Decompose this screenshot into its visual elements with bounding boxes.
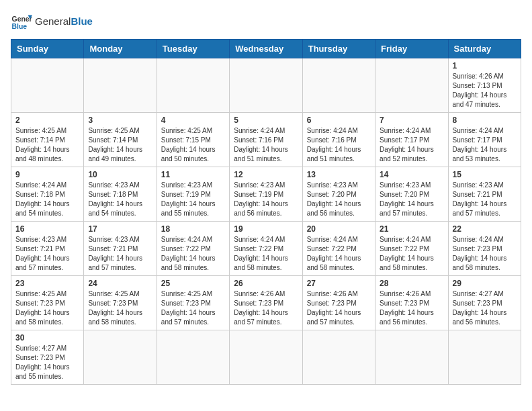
calendar-day-cell: [84, 58, 157, 113]
day-number: 2: [15, 116, 79, 125]
day-info: Sunrise: 4:23 AM Sunset: 7:19 PM Dayligh…: [234, 181, 298, 218]
day-info: Sunrise: 4:23 AM Sunset: 7:21 PM Dayligh…: [88, 235, 152, 273]
day-info: Sunrise: 4:24 AM Sunset: 7:16 PM Dayligh…: [234, 126, 298, 164]
calendar-day-cell: 12Sunrise: 4:23 AM Sunset: 7:19 PM Dayli…: [230, 167, 302, 222]
svg-text:Blue: Blue: [12, 23, 28, 30]
day-number: 14: [380, 170, 443, 179]
calendar-header-row: SundayMondayTuesdayWednesdayThursdayFrid…: [11, 40, 521, 58]
day-info: Sunrise: 4:25 AM Sunset: 7:23 PM Dayligh…: [88, 289, 152, 327]
day-info: Sunrise: 4:24 AM Sunset: 7:18 PM Dayligh…: [15, 181, 79, 218]
day-info: Sunrise: 4:23 AM Sunset: 7:19 PM Dayligh…: [161, 181, 225, 218]
calendar-day-cell: 16Sunrise: 4:23 AM Sunset: 7:21 PM Dayli…: [11, 222, 84, 276]
calendar-day-cell: [448, 330, 521, 385]
calendar-day-cell: 8Sunrise: 4:24 AM Sunset: 7:17 PM Daylig…: [448, 113, 521, 167]
day-of-week-header: Wednesday: [230, 40, 302, 58]
day-info: Sunrise: 4:25 AM Sunset: 7:14 PM Dayligh…: [88, 126, 152, 164]
calendar-day-cell: [157, 58, 229, 113]
calendar-day-cell: 28Sunrise: 4:26 AM Sunset: 7:23 PM Dayli…: [375, 276, 448, 330]
day-number: 7: [380, 116, 443, 125]
calendar-day-cell: 22Sunrise: 4:24 AM Sunset: 7:23 PM Dayli…: [448, 222, 521, 276]
day-number: 4: [161, 116, 225, 125]
calendar-table: SundayMondayTuesdayWednesdayThursdayFrid…: [11, 39, 521, 385]
day-number: 25: [161, 279, 225, 288]
day-info: Sunrise: 4:24 AM Sunset: 7:17 PM Dayligh…: [453, 126, 517, 164]
day-info: Sunrise: 4:24 AM Sunset: 7:17 PM Dayligh…: [380, 126, 443, 164]
calendar-day-cell: [230, 58, 302, 113]
day-info: Sunrise: 4:24 AM Sunset: 7:22 PM Dayligh…: [161, 235, 225, 273]
day-number: 19: [234, 224, 298, 234]
calendar-day-cell: 1Sunrise: 4:26 AM Sunset: 7:13 PM Daylig…: [448, 58, 521, 113]
day-info: Sunrise: 4:26 AM Sunset: 7:13 PM Dayligh…: [453, 72, 517, 109]
day-number: 10: [88, 170, 152, 179]
page-header: General Blue GeneralBlue: [11, 11, 521, 32]
calendar-day-cell: 15Sunrise: 4:23 AM Sunset: 7:21 PM Dayli…: [448, 167, 521, 222]
day-info: Sunrise: 4:25 AM Sunset: 7:15 PM Dayligh…: [161, 126, 225, 164]
day-of-week-header: Sunday: [11, 40, 84, 58]
day-number: 15: [453, 170, 517, 179]
day-number: 3: [88, 116, 152, 125]
calendar-week-row: 9Sunrise: 4:24 AM Sunset: 7:18 PM Daylig…: [11, 167, 521, 222]
day-info: Sunrise: 4:23 AM Sunset: 7:20 PM Dayligh…: [380, 181, 443, 218]
day-number: 27: [307, 279, 371, 288]
day-of-week-header: Tuesday: [157, 40, 229, 58]
calendar-day-cell: 4Sunrise: 4:25 AM Sunset: 7:15 PM Daylig…: [157, 113, 229, 167]
day-of-week-header: Friday: [375, 40, 448, 58]
calendar-day-cell: 24Sunrise: 4:25 AM Sunset: 7:23 PM Dayli…: [84, 276, 157, 330]
calendar-day-cell: [84, 330, 157, 385]
calendar-day-cell: 2Sunrise: 4:25 AM Sunset: 7:14 PM Daylig…: [11, 113, 84, 167]
day-info: Sunrise: 4:23 AM Sunset: 7:20 PM Dayligh…: [307, 181, 371, 218]
day-number: 29: [453, 279, 517, 288]
day-number: 13: [307, 170, 371, 179]
day-number: 23: [15, 279, 79, 288]
calendar-day-cell: [302, 330, 375, 385]
logo: General Blue GeneralBlue: [11, 11, 93, 32]
day-info: Sunrise: 4:23 AM Sunset: 7:21 PM Dayligh…: [15, 235, 79, 273]
logo-general: General: [35, 15, 71, 27]
calendar-day-cell: 23Sunrise: 4:25 AM Sunset: 7:23 PM Dayli…: [11, 276, 84, 330]
day-number: 12: [234, 170, 298, 179]
calendar-week-row: 2Sunrise: 4:25 AM Sunset: 7:14 PM Daylig…: [11, 113, 521, 167]
calendar-day-cell: 13Sunrise: 4:23 AM Sunset: 7:20 PM Dayli…: [302, 167, 375, 222]
calendar-day-cell: 29Sunrise: 4:27 AM Sunset: 7:23 PM Dayli…: [448, 276, 521, 330]
day-of-week-header: Thursday: [302, 40, 375, 58]
calendar-week-row: 16Sunrise: 4:23 AM Sunset: 7:21 PM Dayli…: [11, 222, 521, 276]
day-number: 20: [307, 224, 371, 234]
calendar-day-cell: 9Sunrise: 4:24 AM Sunset: 7:18 PM Daylig…: [11, 167, 84, 222]
day-info: Sunrise: 4:24 AM Sunset: 7:22 PM Dayligh…: [307, 235, 371, 273]
day-number: 18: [161, 224, 225, 234]
calendar-day-cell: 7Sunrise: 4:24 AM Sunset: 7:17 PM Daylig…: [375, 113, 448, 167]
calendar-day-cell: 3Sunrise: 4:25 AM Sunset: 7:14 PM Daylig…: [84, 113, 157, 167]
calendar-day-cell: 11Sunrise: 4:23 AM Sunset: 7:19 PM Dayli…: [157, 167, 229, 222]
day-info: Sunrise: 4:26 AM Sunset: 7:23 PM Dayligh…: [234, 289, 298, 327]
day-info: Sunrise: 4:26 AM Sunset: 7:23 PM Dayligh…: [380, 289, 443, 327]
day-info: Sunrise: 4:24 AM Sunset: 7:22 PM Dayligh…: [234, 235, 298, 273]
day-number: 8: [453, 116, 517, 125]
day-number: 1: [453, 61, 517, 71]
day-info: Sunrise: 4:25 AM Sunset: 7:23 PM Dayligh…: [161, 289, 225, 327]
day-of-week-header: Monday: [84, 40, 157, 58]
day-number: 11: [161, 170, 225, 179]
day-number: 9: [15, 170, 79, 179]
calendar-day-cell: [375, 330, 448, 385]
day-number: 21: [380, 224, 443, 234]
calendar-day-cell: 19Sunrise: 4:24 AM Sunset: 7:22 PM Dayli…: [230, 222, 302, 276]
calendar-day-cell: [11, 58, 84, 113]
calendar-day-cell: 18Sunrise: 4:24 AM Sunset: 7:22 PM Dayli…: [157, 222, 229, 276]
calendar-day-cell: [375, 58, 448, 113]
day-info: Sunrise: 4:27 AM Sunset: 7:23 PM Dayligh…: [453, 289, 517, 327]
calendar-day-cell: 6Sunrise: 4:24 AM Sunset: 7:16 PM Daylig…: [302, 113, 375, 167]
day-number: 22: [453, 224, 517, 234]
calendar-day-cell: [302, 58, 375, 113]
day-number: 30: [15, 333, 79, 342]
logo-blue: Blue: [71, 15, 93, 27]
calendar-day-cell: 20Sunrise: 4:24 AM Sunset: 7:22 PM Dayli…: [302, 222, 375, 276]
calendar-day-cell: 10Sunrise: 4:23 AM Sunset: 7:18 PM Dayli…: [84, 167, 157, 222]
day-number: 26: [234, 279, 298, 288]
day-of-week-header: Saturday: [448, 40, 521, 58]
day-info: Sunrise: 4:25 AM Sunset: 7:23 PM Dayligh…: [15, 289, 79, 327]
calendar-week-row: 30Sunrise: 4:27 AM Sunset: 7:23 PM Dayli…: [11, 330, 521, 385]
day-info: Sunrise: 4:23 AM Sunset: 7:21 PM Dayligh…: [453, 181, 517, 218]
calendar-day-cell: [230, 330, 302, 385]
calendar-day-cell: [157, 330, 229, 385]
day-number: 17: [88, 224, 152, 234]
